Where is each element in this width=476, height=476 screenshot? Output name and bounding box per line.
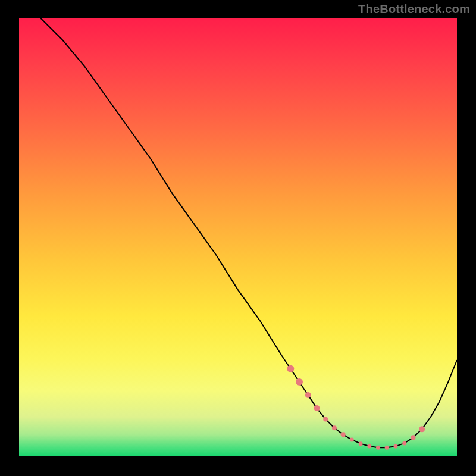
- chart-frame: TheBottleneck.com: [0, 0, 476, 476]
- attribution-label: TheBottleneck.com: [358, 2, 470, 16]
- marker-dot: [350, 438, 354, 442]
- marker-dot: [376, 446, 380, 450]
- marker-dot: [367, 444, 371, 449]
- marker-dot: [287, 365, 294, 372]
- marker-dot: [385, 446, 389, 450]
- flat-region-markers: [287, 365, 425, 450]
- bottleneck-curve: [19, 18, 457, 447]
- marker-dot: [359, 441, 363, 446]
- marker-dot: [305, 392, 311, 398]
- marker-dot: [296, 378, 303, 386]
- marker-dot: [314, 405, 320, 411]
- marker-dot: [332, 425, 337, 430]
- chart-svg: [19, 18, 457, 456]
- curve-path: [19, 18, 457, 447]
- marker-dot: [341, 432, 346, 437]
- marker-dot: [419, 426, 425, 432]
- marker-dot: [393, 444, 397, 449]
- marker-dot: [402, 441, 406, 445]
- marker-dot: [323, 416, 328, 421]
- plot-area: [19, 18, 457, 456]
- marker-dot: [411, 435, 415, 440]
